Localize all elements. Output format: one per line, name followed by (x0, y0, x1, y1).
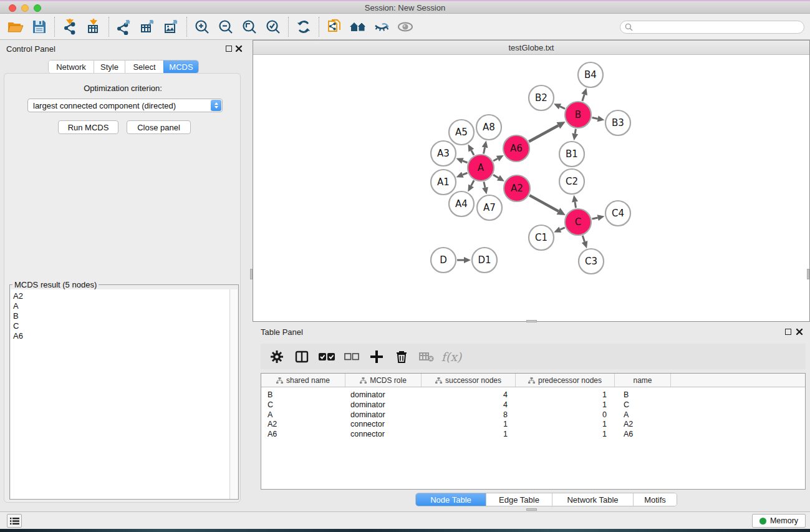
zoom-in-icon[interactable] (190, 16, 214, 38)
graph-node-C2[interactable]: C2 (559, 169, 584, 194)
graph-node-C3[interactable]: C3 (579, 249, 604, 274)
left-splitter-handle[interactable] (250, 269, 253, 279)
tab-node-table[interactable]: Node Table (416, 493, 486, 506)
graph-node-C[interactable]: C (565, 209, 591, 235)
show-panel-eye-icon[interactable] (393, 16, 417, 38)
run-mcds-button[interactable]: Run MCDS (58, 120, 118, 134)
right-splitter-handle[interactable] (807, 269, 809, 279)
control-panel-close-icon[interactable] (235, 45, 243, 52)
bottom-splitter-handle[interactable] (526, 508, 537, 511)
graph-edge-B-B3[interactable] (592, 118, 598, 119)
tab-network[interactable]: Network (49, 60, 94, 73)
graph-edge-B-B1[interactable] (575, 129, 576, 134)
graph-node-A2[interactable]: A2 (504, 175, 530, 201)
graph-edge-A6-B[interactable] (529, 125, 558, 142)
search-input[interactable] (620, 21, 804, 34)
graph-edge-A-A2[interactable] (493, 175, 498, 178)
graph-node-A[interactable]: A (468, 155, 494, 181)
export-network-icon[interactable] (112, 16, 136, 38)
graph-node-A1[interactable]: A1 (431, 170, 456, 195)
graph-edge-A2-C[interactable] (529, 195, 558, 211)
table-panel-close-icon[interactable] (796, 328, 803, 336)
result-item[interactable]: A2 (13, 291, 230, 301)
close-panel-button[interactable]: Close panel (127, 120, 191, 134)
table-panel-float-icon[interactable] (785, 329, 791, 335)
column-header-shared-name[interactable]: shared name (261, 374, 345, 387)
graph-node-D[interactable]: D (431, 248, 456, 273)
graph-edge-C-C2[interactable] (575, 202, 576, 208)
add-column-icon[interactable] (364, 346, 389, 368)
result-item[interactable]: C (13, 321, 230, 331)
column-header-successor-nodes[interactable]: successor nodes (422, 374, 516, 387)
graph-node-A5[interactable]: A5 (449, 120, 474, 145)
result-item[interactable]: A (13, 301, 230, 311)
clone-network-icon[interactable] (322, 16, 346, 38)
graph-node-B[interactable]: B (565, 102, 591, 128)
checked-pair-icon[interactable] (314, 346, 339, 368)
graph-node-C1[interactable]: C1 (529, 225, 554, 250)
delete-column-icon[interactable] (389, 346, 414, 368)
criterion-select[interactable]: largest connected component (directed) (27, 99, 223, 112)
hide-panel-eye-icon[interactable] (370, 16, 393, 38)
graph-node-C4[interactable]: C4 (605, 201, 630, 226)
graph-edge-A-A4[interactable] (471, 180, 475, 186)
graph-edge-C-C1[interactable] (560, 228, 564, 230)
graph-edge-A-A6[interactable] (493, 158, 498, 161)
tab-style[interactable]: Style (94, 60, 125, 73)
zoom-fit-icon[interactable] (238, 16, 261, 38)
graph-node-B2[interactable]: B2 (529, 85, 554, 110)
column-header-MCDS-role[interactable]: MCDS role (345, 374, 422, 387)
graph-node-A7[interactable]: A7 (477, 195, 502, 220)
tab-network-table[interactable]: Network Table (552, 493, 633, 506)
zoom-selected-icon[interactable] (261, 16, 285, 38)
graph-edge-B-B2[interactable] (560, 107, 565, 109)
graph-node-D1[interactable]: D1 (472, 248, 497, 273)
unchecked-pair-icon[interactable] (339, 346, 364, 368)
horizontal-splitter-handle[interactable] (526, 320, 537, 322)
graph-edge-C-C4[interactable] (592, 218, 597, 219)
graph-edge-B-B4[interactable] (582, 94, 584, 101)
graph-edge-A-A3[interactable] (463, 161, 468, 163)
control-panel-float-icon[interactable] (226, 46, 232, 52)
table-row[interactable]: Adominator80A (261, 410, 805, 420)
network-graph-canvas[interactable]: B4B2BB3A5A8A6A3B1AA1C2A2A4A7CC4C1C3DD1 (253, 55, 809, 321)
graph-node-A8[interactable]: A8 (476, 115, 501, 140)
table-row[interactable]: Bdominator41B (261, 390, 805, 400)
table-row[interactable]: A2connector11A2 (261, 419, 805, 429)
result-item[interactable]: B (13, 311, 230, 321)
column-header-predecessor-nodes[interactable]: predecessor nodes (516, 374, 615, 387)
zoom-out-icon[interactable] (214, 16, 238, 38)
graph-node-A3[interactable]: A3 (431, 141, 456, 166)
import-network-icon[interactable] (58, 16, 82, 38)
table-row[interactable]: A6connector11A6 (261, 429, 805, 439)
graph-edge-A-A8[interactable] (484, 147, 485, 153)
memory-button[interactable]: Memory (752, 514, 806, 528)
save-session-icon[interactable] (27, 16, 51, 38)
import-table-icon[interactable] (82, 16, 105, 38)
refresh-view-icon[interactable] (292, 16, 316, 38)
home-layout-icon[interactable] (346, 16, 370, 38)
export-image-icon[interactable] (160, 16, 183, 38)
graph-node-B3[interactable]: B3 (605, 110, 630, 135)
graph-edge-C-C3[interactable] (582, 236, 584, 242)
graph-node-A4[interactable]: A4 (449, 191, 474, 216)
network-window-titlebar[interactable]: testGlobe.txt (253, 41, 809, 55)
mcds-result-list[interactable]: A2ABCA6 (11, 289, 230, 499)
graph-edge-A-A7[interactable] (484, 181, 485, 187)
gear-icon[interactable] (264, 346, 289, 368)
graph-node-A6[interactable]: A6 (503, 135, 529, 162)
open-file-icon[interactable] (4, 16, 27, 38)
mcds-result-scrollbar[interactable] (229, 289, 238, 499)
table-row[interactable]: Cdominator41C (261, 400, 805, 410)
tab-edge-table[interactable]: Edge Table (486, 493, 552, 506)
graph-edge-A-A1[interactable] (463, 173, 468, 175)
node-table[interactable]: shared nameMCDS rolesuccessor nodesprede… (261, 373, 806, 490)
column-header-name[interactable]: name (615, 374, 671, 387)
result-item[interactable]: A6 (13, 331, 230, 341)
tab-select[interactable]: Select (125, 60, 163, 73)
export-table-icon[interactable] (136, 16, 160, 38)
column-split-icon[interactable] (289, 346, 314, 368)
tab-motifs[interactable]: Motifs (633, 493, 677, 506)
graph-edge-A-A5[interactable] (471, 150, 474, 155)
graph-node-B1[interactable]: B1 (559, 142, 584, 167)
